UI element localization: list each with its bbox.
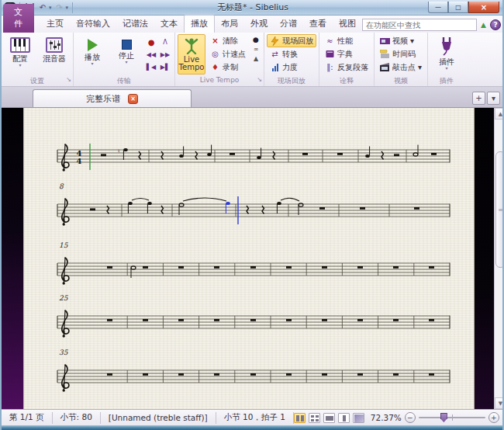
selected-note[interactable] [226, 202, 230, 205]
help-button[interactable]: ? [490, 19, 501, 30]
minimize-button[interactable]: — [428, 2, 448, 13]
mixer-icon [46, 37, 63, 53]
view-single-vertical-button[interactable] [338, 413, 350, 423]
tab-file[interactable]: 文件 [3, 4, 34, 33]
timecode-button[interactable]: 时间码 [377, 47, 425, 61]
document-tab-bar: 完整乐谱 × + ▾ [2, 87, 502, 108]
score-system-3[interactable]: 15 [56, 241, 453, 288]
group-transport-label: 传输 [117, 77, 131, 85]
redo-button[interactable]: ↷ [54, 2, 65, 13]
tab-view[interactable]: 视图 [333, 16, 362, 33]
play-button[interactable]: 播放 ▾ [76, 34, 109, 75]
redo-caret-icon[interactable]: ▾ [66, 5, 69, 11]
tab-menu-button[interactable]: ▾ [487, 92, 500, 105]
notes [90, 198, 419, 215]
undo-button[interactable]: ↶ [37, 2, 48, 13]
mixer-button[interactable]: 混音器 [38, 34, 71, 75]
move-to-start-button[interactable]: ▌◀ [147, 64, 156, 71]
mixer-label: 混音器 [43, 54, 66, 63]
status-staff-name: [Unnamed (treble staff)] [101, 412, 216, 424]
timecode-icon [380, 50, 390, 58]
conductor-icon [184, 37, 199, 54]
notes: ♮ [101, 145, 437, 161]
chevron-down-icon: ▾ [91, 61, 93, 66]
score-system-2[interactable]: 8 [56, 182, 453, 229]
view-single-horizontal-button[interactable] [323, 413, 335, 423]
vertical-scrollbar[interactable]: ▲ ≡ ▼ [494, 108, 504, 409]
ribbon-search-input[interactable] [362, 19, 477, 31]
view-pages-horizontal-button[interactable] [294, 413, 306, 423]
transform-live-playback-button[interactable]: ⇄ 转换 [267, 47, 316, 61]
score-area[interactable]: 4 4 ♮ [2, 108, 502, 409]
group-live-playback: 现场回放 ⇄ 转换 力度 现场回放 [264, 33, 319, 86]
mini-option-1-icon[interactable]: ● [253, 36, 259, 43]
score-system-4[interactable]: 25 [56, 294, 453, 341]
mini-option-2-icon[interactable]: ∞ [254, 46, 259, 53]
dialog-launcher-icon[interactable]: ↘ [66, 77, 71, 83]
undo-caret-icon[interactable]: ▾ [49, 5, 52, 11]
clear-live-tempo-button[interactable]: × 清除 [207, 34, 249, 47]
view-pages-grid-button[interactable] [309, 413, 320, 423]
video-icon [380, 37, 390, 45]
zoom-out-button[interactable]: − [405, 412, 416, 423]
score-page[interactable]: 4 4 ♮ [23, 108, 475, 409]
stop-button[interactable]: 停止 ▾ [110, 34, 143, 75]
record-live-tempo-button[interactable]: ♦ 录制 [207, 61, 249, 74]
view-panorama-button[interactable] [353, 413, 364, 423]
zoom-in-button[interactable]: + [488, 412, 499, 423]
tab-text[interactable]: 文本 [154, 16, 184, 33]
zoom-slider[interactable] [419, 412, 485, 423]
repeats-label: 反复段落 [337, 62, 368, 73]
live-playback-toggle[interactable]: 现场回放 [267, 34, 316, 47]
tab-notations[interactable]: 记谱法 [116, 16, 154, 33]
zoom-slider-thumb[interactable] [440, 413, 447, 422]
record-live-tempo-label: 录制 [223, 62, 238, 73]
tab-home[interactable]: 主页 [40, 16, 70, 33]
mini-option-3-icon[interactable]: ▲ [254, 55, 258, 62]
setup-button[interactable]: 配置 ▾ [4, 34, 36, 75]
metronome-click-button[interactable]: Λ [163, 39, 167, 46]
video-button[interactable]: 视频 ▾ [377, 34, 425, 47]
performance-button[interactable]: ≈ 性能 [322, 34, 371, 47]
half-note [131, 266, 136, 278]
score-system-5[interactable]: 35 [56, 349, 453, 395]
tab-review[interactable]: 查看 [303, 16, 333, 33]
collapse-ribbon-icon[interactable]: ▲ [481, 21, 486, 29]
bar-number: 15 [59, 241, 69, 249]
tap-points-button[interactable]: ◎ 计速点 [207, 47, 249, 61]
scroll-down-button[interactable]: ▼ [495, 397, 504, 409]
live-tempo-label-2: Tempo [179, 64, 205, 71]
tab-appearance[interactable]: 外观 [244, 16, 274, 33]
rewind-button[interactable]: ◀◀ [147, 51, 156, 58]
hit-points-button[interactable]: 敲击点 ▾ [377, 61, 425, 74]
close-tab-icon[interactable]: × [128, 94, 138, 104]
dictionary-button[interactable]: 字典 [322, 47, 371, 61]
tap-points-label: 计速点 [223, 49, 246, 60]
move-to-end-button[interactable]: ▶▌ [161, 64, 170, 71]
scrollbar-thumb[interactable]: ≡ [495, 151, 504, 268]
tab-layout[interactable]: 布局 [215, 16, 244, 33]
staff-lines [57, 150, 450, 163]
record-button[interactable]: ● [148, 38, 155, 47]
tap-points-icon: ◎ [210, 50, 220, 58]
dialog-launcher-icon[interactable]: ↘ [257, 77, 262, 83]
fast-forward-button[interactable]: ▶▶ [161, 51, 170, 58]
tab-full-score[interactable]: 完整乐谱 × [33, 89, 192, 107]
score-system-1[interactable]: 4 4 ♮ [56, 139, 453, 175]
live-tempo-button[interactable]: Live Tempo [178, 34, 205, 75]
time-signature-bottom: 4 [77, 157, 82, 165]
plugins-button[interactable]: 插件 ▾ [430, 34, 463, 75]
live-playback-label: 现场回放 [282, 36, 313, 47]
close-button[interactable]: × [468, 2, 499, 13]
velocity-button[interactable]: 力度 [267, 61, 316, 74]
tab-parts[interactable]: 分谱 [274, 16, 303, 33]
new-tab-button[interactable]: + [472, 92, 485, 105]
tab-play[interactable]: 播放 [184, 15, 215, 33]
tab-note-input[interactable]: 音符输入 [70, 16, 116, 33]
zoom-slider-tick [452, 414, 453, 421]
window-frame-bottom [2, 425, 502, 430]
scroll-up-button[interactable]: ▲ [495, 108, 504, 120]
repeats-button[interactable]: ‖: 反复段落 [322, 61, 371, 74]
maximize-button[interactable]: □ [448, 2, 468, 13]
record-live-tempo-icon: ♦ [210, 63, 220, 71]
